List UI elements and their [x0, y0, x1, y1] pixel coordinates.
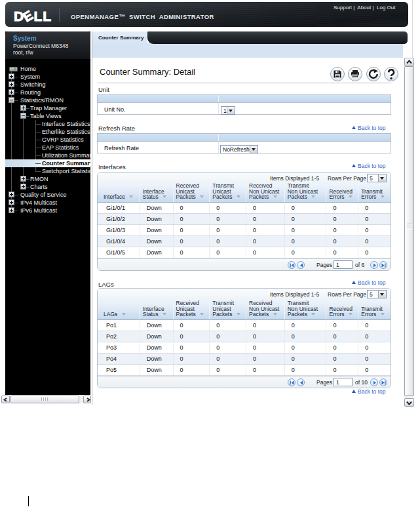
svg-text:LL: LL	[34, 9, 52, 22]
